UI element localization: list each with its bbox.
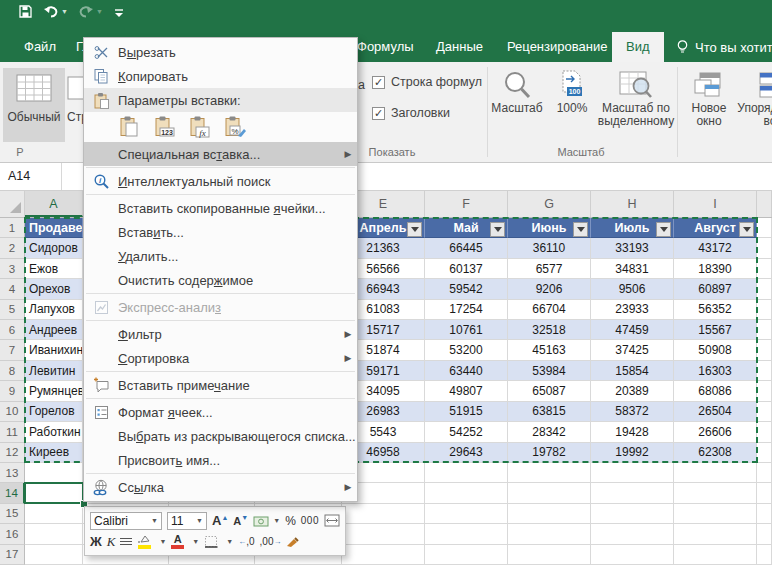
- filter-dropdown-button[interactable]: [490, 222, 505, 237]
- cell-A10[interactable]: Горелов: [25, 402, 83, 422]
- customize-quick-access-toolbar-icon[interactable]: [113, 5, 125, 19]
- cell-A17[interactable]: [25, 545, 83, 565]
- menu-item-insert[interactable]: Вставить...: [84, 220, 357, 244]
- menu-item-filter[interactable]: Фильтр▶: [84, 322, 357, 346]
- cell-G3[interactable]: 6577: [508, 259, 591, 279]
- cell-G4[interactable]: 9206: [508, 279, 591, 299]
- normal-view-button[interactable]: Обычный: [3, 68, 65, 142]
- column-header-filler[interactable]: [757, 191, 772, 217]
- cell-E17[interactable]: [342, 545, 425, 565]
- cell-I14[interactable]: [674, 483, 757, 503]
- cell-H16[interactable]: [591, 524, 674, 544]
- cell-F15[interactable]: [425, 504, 508, 524]
- cell-J16[interactable]: [757, 524, 772, 544]
- cell-H3[interactable]: 34831: [591, 259, 674, 279]
- cell-J15[interactable]: [757, 504, 772, 524]
- cell-F17[interactable]: [425, 545, 508, 565]
- zoom-100-button[interactable]: 100 100%: [550, 68, 594, 115]
- menu-item-insert-copied-cells[interactable]: Вставить скопированные ячейки...: [84, 196, 357, 220]
- cell-I17[interactable]: [674, 545, 757, 565]
- row-header-3[interactable]: 3: [0, 259, 25, 279]
- comma-style-button[interactable]: 000: [301, 515, 319, 526]
- cell-E15[interactable]: [342, 504, 425, 524]
- paste-values-icon[interactable]: 123: [151, 114, 179, 140]
- arrange-all-button[interactable]: Упорядочить все: [738, 68, 772, 128]
- cell-A15[interactable]: [25, 504, 83, 524]
- cell-G17[interactable]: [508, 545, 591, 565]
- row-header-6[interactable]: 6: [0, 320, 25, 340]
- menu-item-cut[interactable]: Вырезать: [84, 40, 357, 64]
- active-cell-selection-A14[interactable]: [24, 482, 84, 504]
- row-header-14[interactable]: 14: [0, 483, 25, 503]
- cell-F12[interactable]: 29643: [425, 443, 508, 463]
- cell-G12[interactable]: 19782: [508, 443, 591, 463]
- cell-F6[interactable]: 10761: [425, 320, 508, 340]
- row-header-12[interactable]: 12: [0, 443, 25, 463]
- row-header-16[interactable]: 16: [0, 524, 25, 544]
- decrease-font-size-button[interactable]: A▼: [233, 515, 248, 527]
- cell-A4[interactable]: Орехов: [25, 279, 83, 299]
- increase-decimal-button[interactable]: ,00→: [260, 536, 282, 547]
- tab-review[interactable]: Рецензирование: [507, 32, 607, 62]
- cell-H5[interactable]: 23933: [591, 300, 674, 320]
- cell-F2[interactable]: 66445: [425, 238, 508, 258]
- filter-dropdown-button[interactable]: [739, 222, 754, 237]
- select-all-corner[interactable]: [0, 191, 25, 217]
- menu-item-pick-from-list[interactable]: Выбрать из раскрывающегося списка...: [84, 424, 357, 448]
- column-header-H[interactable]: H: [591, 191, 674, 217]
- cell-J14[interactable]: [757, 483, 772, 503]
- row-header-2[interactable]: 2: [0, 238, 25, 258]
- menu-item-define-name[interactable]: Присвоить имя...: [84, 448, 357, 472]
- cell-A6[interactable]: Андреев: [25, 320, 83, 340]
- cell-G1[interactable]: Июнь: [508, 218, 591, 238]
- filter-dropdown-button[interactable]: [573, 222, 588, 237]
- decrease-decimal-button[interactable]: ←,0: [238, 536, 254, 547]
- menu-item-link[interactable]: Ссылка▶: [84, 475, 357, 499]
- cell-G13[interactable]: [508, 463, 591, 483]
- cell-I13[interactable]: [674, 463, 757, 483]
- cell-I8[interactable]: 16303: [674, 361, 757, 381]
- row-header-7[interactable]: 7: [0, 340, 25, 360]
- cell-J12[interactable]: [757, 443, 772, 463]
- cell-I1[interactable]: Август: [674, 218, 757, 238]
- cell-I7[interactable]: 50908: [674, 340, 757, 360]
- cell-G11[interactable]: 28342: [508, 422, 591, 442]
- paste-formatting-icon[interactable]: %: [221, 114, 249, 140]
- row-header-4[interactable]: 4: [0, 279, 25, 299]
- save-icon[interactable]: [18, 4, 33, 19]
- cell-H14[interactable]: [591, 483, 674, 503]
- cell-F13[interactable]: [425, 463, 508, 483]
- cell-F9[interactable]: 49807: [425, 381, 508, 401]
- new-window-button[interactable]: Новое окно: [682, 68, 736, 128]
- cell-G5[interactable]: 66704: [508, 300, 591, 320]
- cell-A2[interactable]: Сидоров: [25, 238, 83, 258]
- cell-I10[interactable]: 26504: [674, 402, 757, 422]
- cell-I5[interactable]: 56352: [674, 300, 757, 320]
- cell-A11[interactable]: Работкин: [25, 422, 83, 442]
- cell-I11[interactable]: 26606: [674, 422, 757, 442]
- cell-J3[interactable]: [757, 259, 772, 279]
- column-header-I[interactable]: I: [674, 191, 757, 217]
- cell-A16[interactable]: [25, 524, 83, 544]
- cell-F1[interactable]: Май: [425, 218, 508, 238]
- cell-A3[interactable]: Ежов: [25, 259, 83, 279]
- italic-button[interactable]: К: [107, 534, 116, 550]
- cell-I16[interactable]: [674, 524, 757, 544]
- cell-H13[interactable]: [591, 463, 674, 483]
- menu-item-copy[interactable]: Копировать: [84, 64, 357, 88]
- increase-font-size-button[interactable]: A▲: [212, 513, 228, 528]
- cell-I2[interactable]: 43172: [674, 238, 757, 258]
- cell-J11[interactable]: [757, 422, 772, 442]
- cell-G15[interactable]: [508, 504, 591, 524]
- formula-bar-checkbox[interactable]: ✓ Строка формул: [372, 75, 482, 89]
- cell-I4[interactable]: 60897: [674, 279, 757, 299]
- cell-H17[interactable]: [591, 545, 674, 565]
- tab-view[interactable]: Вид: [612, 32, 664, 62]
- cell-I9[interactable]: 68086: [674, 381, 757, 401]
- cell-G14[interactable]: [508, 483, 591, 503]
- font-name-combo[interactable]: Calibri▼: [90, 512, 162, 530]
- cell-I6[interactable]: 15567: [674, 320, 757, 340]
- menu-item-insert-comment[interactable]: Вставить примечание: [84, 373, 357, 397]
- cell-H11[interactable]: 19428: [591, 422, 674, 442]
- row-header-11[interactable]: 11: [0, 422, 25, 442]
